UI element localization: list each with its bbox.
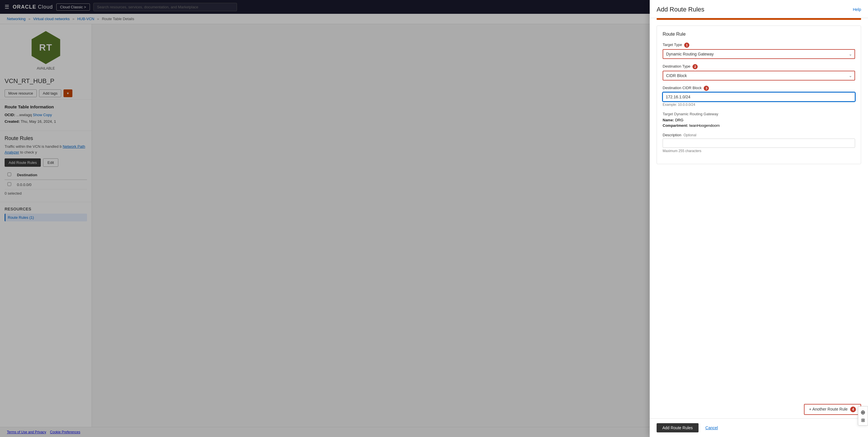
destination-cidr-group: Destination CIDR Block 3 Example: 10.0.0… <box>663 86 855 107</box>
target-drg-info: Target Dynamic Routing Gateway Name: DRG… <box>663 112 855 128</box>
drg-compartment-row: Compartment: IwanHoogendoorn <box>663 123 855 128</box>
drg-compartment-value: IwanHoogendoorn <box>689 123 719 128</box>
destination-cidr-input[interactable] <box>663 92 855 101</box>
another-route-rule-button[interactable]: + Another Route Rule 4 <box>804 404 861 415</box>
target-drg-label: Target Dynamic Routing Gateway <box>663 112 855 116</box>
description-group: Description Optional Maximum 255 charact… <box>663 133 855 153</box>
drg-compartment-label: Compartment: <box>663 123 688 128</box>
another-rule-badge: 4 <box>850 407 856 412</box>
destination-type-badge: 2 <box>692 64 698 69</box>
description-optional-label: Optional <box>684 133 696 137</box>
target-type-badge: 1 <box>684 42 689 48</box>
modal-footer: Add Route Rules Cancel <box>650 418 868 437</box>
modal-panel: Add Route Rules Help Route Rule Target T… <box>650 24 868 437</box>
another-rule-row: + Another Route Rule 4 <box>650 404 868 418</box>
main-layout: RT AVAILABLE VCN_RT_HUB_P Move resource … <box>0 24 868 437</box>
destination-cidr-badge: 3 <box>704 86 709 91</box>
destination-type-select[interactable]: CIDR Block <box>663 71 855 81</box>
target-type-label: Target Type 1 <box>663 42 855 48</box>
destination-type-label: Destination Type 2 <box>663 64 855 69</box>
cancel-button[interactable]: Cancel <box>702 423 721 432</box>
description-hint: Maximum 255 characters <box>663 149 855 153</box>
route-rule-card-heading: Route Rule <box>663 32 855 37</box>
drg-name-label: Name: <box>663 118 674 122</box>
target-type-select[interactable]: Dynamic Routing Gateway <box>663 49 855 59</box>
drg-name-row: Name: DRG <box>663 118 855 122</box>
destination-type-group: Destination Type 2 CIDR Block <box>663 64 855 81</box>
apps-icon: ⊞ <box>861 417 865 423</box>
destination-cidr-hint: Example: 10.0.0.0/24 <box>663 103 855 107</box>
modal-overlay: Add Route Rules Help Route Rule Target T… <box>0 24 868 437</box>
submit-button[interactable]: Add Route Rules <box>657 423 699 432</box>
target-type-select-wrapper: Dynamic Routing Gateway <box>663 49 855 59</box>
modal-body: Route Rule Target Type 1 Dynamic Routing… <box>650 24 868 404</box>
destination-cidr-label: Destination CIDR Block 3 <box>663 86 855 91</box>
drg-name-value: DRG <box>675 118 683 122</box>
help-widget[interactable]: ⊕ ⊞ <box>858 406 868 426</box>
life-ring-icon: ⊕ <box>861 409 865 416</box>
route-rule-card: Route Rule Target Type 1 Dynamic Routing… <box>657 26 861 164</box>
description-input[interactable] <box>663 139 855 148</box>
another-rule-label: + Another Route Rule <box>809 407 847 411</box>
description-label: Description Optional <box>663 133 855 137</box>
destination-type-select-wrapper: CIDR Block <box>663 71 855 81</box>
target-type-group: Target Type 1 Dynamic Routing Gateway <box>663 42 855 59</box>
